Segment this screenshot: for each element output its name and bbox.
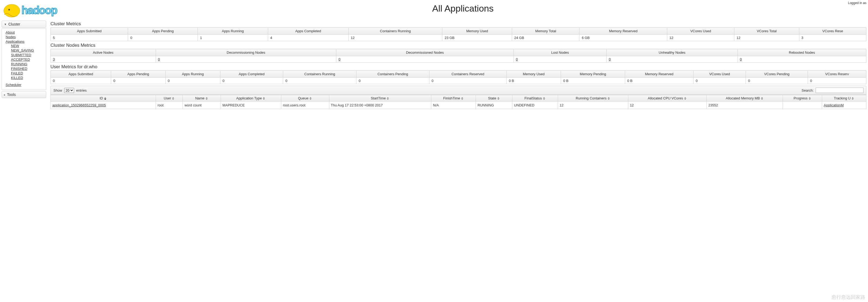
metrics-cell: 0 xyxy=(165,78,220,84)
metrics-cell: 3 xyxy=(799,35,866,41)
metrics-header: VCores Used xyxy=(667,28,734,35)
user-metrics-table: Apps SubmittedApps PendingApps RunningAp… xyxy=(51,71,866,84)
apps-header[interactable]: StartTime xyxy=(329,95,431,102)
sidebar-tools-label: Tools xyxy=(7,92,16,97)
metrics-header: Containers Pending xyxy=(356,71,429,78)
apps-header[interactable]: FinishTime xyxy=(431,95,476,102)
sidebar-cluster-body: About Nodes Applications NEW NEW_SAVING … xyxy=(2,28,46,90)
nav-app-failed[interactable]: FAILED xyxy=(11,71,23,75)
app-user: root xyxy=(156,102,183,109)
metrics-header: Apps Pending xyxy=(111,71,165,78)
metrics-cell: 0 xyxy=(738,56,866,63)
app-start: Thu Aug 17 22:53:00 +0800 2017 xyxy=(329,102,431,109)
metrics-cell: 0 xyxy=(220,78,283,84)
apps-header[interactable]: User xyxy=(156,95,183,102)
metrics-header: Apps Completed xyxy=(268,28,348,35)
metrics-link[interactable]: 0 xyxy=(338,57,340,61)
metrics-header: Containers Running xyxy=(348,28,442,35)
search-label: Search: xyxy=(802,88,814,92)
metrics-header: VCores Pending xyxy=(746,71,808,78)
metrics-link[interactable]: 3 xyxy=(53,57,55,61)
apps-header[interactable]: Application Type xyxy=(221,95,281,102)
applications-table: IDUserNameApplication TypeQueueStartTime… xyxy=(51,95,866,109)
metrics-cell: 12 xyxy=(734,35,799,41)
nav-app-submitted[interactable]: SUBMITTED xyxy=(11,53,31,57)
show-entries-select[interactable]: 20 xyxy=(64,88,74,93)
nav-applications[interactable]: Applications xyxy=(6,39,24,44)
search-input[interactable] xyxy=(816,88,863,93)
app-state: RUNNING xyxy=(476,102,513,109)
nav-app-new-saving[interactable]: NEW_SAVING xyxy=(11,48,34,52)
cluster-metrics-title: Cluster Metrics xyxy=(51,21,866,27)
metrics-cell: 0 xyxy=(128,35,198,41)
metrics-cell: 23 GB xyxy=(442,35,512,41)
sidebar-tools-header[interactable]: ▸ Tools xyxy=(2,91,46,98)
nav-nodes[interactable]: Nodes xyxy=(6,35,16,39)
nav-app-accepted[interactable]: ACCEPTED xyxy=(11,57,30,61)
nav-scheduler[interactable]: Scheduler xyxy=(6,83,22,87)
metrics-header: VCores Reserv xyxy=(808,71,866,78)
nav-about[interactable]: About xyxy=(6,30,15,34)
metrics-cell: 0 xyxy=(514,56,606,63)
chevron-down-icon: ▼ xyxy=(4,23,7,26)
metrics-cell: 0 xyxy=(356,78,429,84)
nodes-metrics-title: Cluster Nodes Metrics xyxy=(51,43,866,48)
metrics-header: Active Nodes xyxy=(51,49,156,56)
metrics-cell: 12 xyxy=(348,35,442,41)
app-tracking-link[interactable]: ApplicationM xyxy=(824,103,844,107)
metrics-cell: 3 xyxy=(51,56,156,63)
apps-header[interactable]: State xyxy=(476,95,513,102)
sidebar-cluster-header[interactable]: ▼ Cluster xyxy=(2,21,46,28)
metrics-header: Lost Nodes xyxy=(514,49,606,56)
apps-header[interactable]: Allocated CPU VCores xyxy=(628,95,706,102)
app-vcores: 12 xyxy=(628,102,706,109)
app-final: UNDEFINED xyxy=(513,102,558,109)
table-row: application_1502966552259_0005rootword c… xyxy=(51,102,866,109)
metrics-cell: 0 xyxy=(156,56,336,63)
app-id-link[interactable]: application_1502966552259_0005 xyxy=(52,103,106,107)
metrics-link[interactable]: 0 xyxy=(516,57,518,61)
apps-header[interactable]: Running Containers xyxy=(558,95,628,102)
metrics-cell: 12 xyxy=(667,35,734,41)
metrics-header: Decommissioned Nodes xyxy=(336,49,514,56)
metrics-header: Memory Pending xyxy=(561,71,625,78)
app-memory: 23552 xyxy=(707,102,783,109)
apps-header[interactable]: Allocated Memory MB xyxy=(707,95,783,102)
metrics-header: Rebooted Nodes xyxy=(738,49,866,56)
nav-app-finished[interactable]: FINISHED xyxy=(11,66,27,71)
page-title: All Applications xyxy=(80,3,846,14)
apps-header[interactable]: ID xyxy=(51,95,156,102)
nav-app-running[interactable]: RUNNING xyxy=(11,62,27,66)
nav-app-killed[interactable]: KILLED xyxy=(11,76,23,80)
metrics-cell: 0 xyxy=(607,56,738,63)
metrics-cell: 0 xyxy=(693,78,746,84)
metrics-cell: 0 xyxy=(51,78,111,84)
svg-point-1 xyxy=(8,9,10,10)
apps-header[interactable]: Progress xyxy=(783,95,822,102)
apps-header[interactable]: FinalStatus xyxy=(513,95,558,102)
metrics-cell: 5 xyxy=(51,35,128,41)
datatable-controls: Show 20 entries Search: xyxy=(51,86,866,95)
metrics-link[interactable]: 0 xyxy=(158,57,160,61)
metrics-cell: 0 xyxy=(111,78,165,84)
user-metrics-title: User Metrics for dr.who xyxy=(51,64,866,70)
metrics-cell: 0 xyxy=(808,78,866,84)
metrics-cell: 0 xyxy=(746,78,808,84)
show-entries-prefix: Show xyxy=(54,88,62,92)
app-tracking: ApplicationM xyxy=(822,102,866,109)
app-name: word count xyxy=(183,102,221,109)
apps-header[interactable]: Tracking U xyxy=(822,95,866,102)
metrics-header: Apps Pending xyxy=(128,28,198,35)
apps-header[interactable]: Name xyxy=(183,95,221,102)
app-progress xyxy=(783,102,822,109)
svg-point-0 xyxy=(4,4,20,17)
sidebar-cluster-label: Cluster xyxy=(8,22,20,26)
metrics-link[interactable]: 0 xyxy=(740,57,742,61)
metrics-header: Apps Submitted xyxy=(51,28,128,35)
nav-app-new[interactable]: NEW xyxy=(11,44,19,48)
metrics-header: Apps Running xyxy=(165,71,220,78)
apps-header[interactable]: Queue xyxy=(281,95,329,102)
metrics-header: Containers Running xyxy=(283,71,356,78)
metrics-link[interactable]: 0 xyxy=(609,57,611,61)
metrics-cell: 0 xyxy=(283,78,356,84)
